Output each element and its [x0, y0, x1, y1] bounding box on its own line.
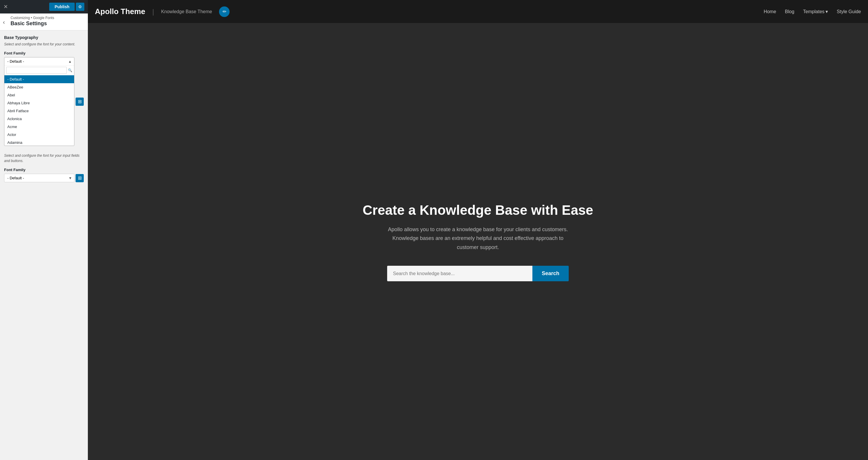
font-option-aclonica[interactable]: Aclonica	[4, 115, 74, 123]
nav-style-guide[interactable]: Style Guide	[837, 9, 861, 15]
site-tagline: Knowledge Base Theme	[161, 9, 212, 15]
close-button[interactable]: ✕	[3, 4, 8, 9]
font-option-default[interactable]: - Default -	[4, 75, 74, 83]
font-family-row-2: - Default - ▼ ⊞	[4, 174, 84, 182]
font-select-wrapper-2: - Default - ▼	[4, 174, 74, 182]
font-option-abhaya[interactable]: Abhaya Libre	[4, 99, 74, 107]
site-logo: Apollo Theme | Knowledge Base Theme ✏	[95, 6, 229, 17]
font-option-abel[interactable]: Abel	[4, 91, 74, 99]
nav-home[interactable]: Home	[764, 9, 776, 15]
input-typography-section: Select and configure the font for your i…	[4, 149, 84, 182]
add-font-button-2[interactable]: ⊞	[75, 174, 84, 182]
search-button[interactable]: Search	[532, 266, 569, 281]
font-option-adamina[interactable]: Adamina	[4, 139, 74, 146]
font-select-2[interactable]: - Default -	[4, 174, 74, 182]
font-option-actor[interactable]: Actor	[4, 131, 74, 139]
nav-divider: |	[152, 8, 154, 16]
add-font-button-1[interactable]: ⊞	[75, 97, 84, 106]
hero-title: Create a Knowledge Base with Ease	[363, 202, 593, 218]
hero-section: Create a Knowledge Base with Ease Apollo…	[88, 24, 868, 460]
selected-font-label: - Default -	[7, 59, 24, 64]
sidebar: ✕ Publish ⚙ ‹ Customizing • Google Fonts…	[0, 0, 88, 460]
gear-button[interactable]: ⚙	[76, 3, 84, 11]
base-typography-desc: Select and configure the font for your c…	[4, 41, 84, 47]
dropdown-up-arrow-icon: ▲	[68, 59, 72, 64]
sidebar-content: Base Typography Select and configure the…	[0, 30, 88, 460]
nav-templates-label: Templates	[803, 9, 825, 15]
font-option-acme[interactable]: Acme	[4, 123, 74, 131]
font-family-label-2: Font Family	[4, 168, 84, 172]
dropdown-list: - Default - ABeeZee Abel Abhaya Libre Ab…	[4, 75, 74, 146]
knowledge-search-input[interactable]	[387, 266, 532, 281]
font-family-row-1: - Default - ▲ 🔍 - Default - ABeeZee Abel…	[4, 57, 84, 146]
search-bar: Search	[387, 266, 569, 281]
sidebar-header: ✕ Publish ⚙	[0, 0, 88, 13]
font-search-input[interactable]	[6, 67, 67, 74]
breadcrumb: Customizing • Google Fonts	[10, 16, 84, 20]
breadcrumb-section: ‹ Customizing • Google Fonts Basic Setti…	[0, 13, 88, 30]
search-icon: 🔍	[68, 68, 72, 73]
edit-pencil-button[interactable]: ✏	[219, 6, 229, 17]
templates-arrow-icon: ▾	[826, 9, 828, 15]
nav-blog[interactable]: Blog	[785, 9, 794, 15]
font-option-abeezee[interactable]: ABeeZee	[4, 83, 74, 91]
header-buttons: Publish ⚙	[49, 3, 84, 11]
font-option-abril[interactable]: Abril Fatface	[4, 107, 74, 115]
dropdown-selected[interactable]: - Default - ▲	[4, 57, 74, 66]
hero-description: Apollo allows you to create a knowledge …	[387, 225, 569, 252]
site-nav: Apollo Theme | Knowledge Base Theme ✏ Ho…	[88, 0, 868, 24]
site-title: Apollo Theme	[95, 7, 145, 16]
nav-links: Home Blog Templates ▾ Style Guide	[764, 9, 861, 15]
font-dropdown-1[interactable]: - Default - ▲ 🔍 - Default - ABeeZee Abel…	[4, 57, 74, 146]
page-title: Basic Settings	[10, 21, 84, 27]
dropdown-search-row: 🔍	[4, 66, 74, 75]
main-content: Apollo Theme | Knowledge Base Theme ✏ Ho…	[88, 0, 868, 460]
base-typography-title: Base Typography	[4, 35, 84, 40]
nav-templates[interactable]: Templates ▾	[803, 9, 828, 15]
publish-button[interactable]: Publish	[49, 3, 75, 11]
font-family-label-1: Font Family	[4, 51, 84, 55]
input-typography-desc: Select and configure the font for your i…	[4, 153, 84, 164]
back-arrow[interactable]: ‹	[3, 19, 5, 25]
